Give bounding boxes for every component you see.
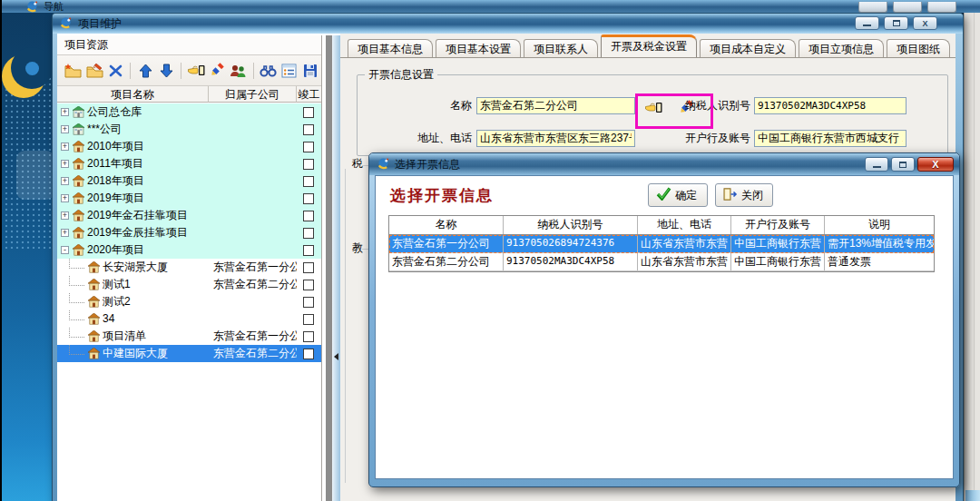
minimize-button[interactable] [855, 16, 879, 30]
invoice-column-header[interactable]: 说明 [825, 216, 934, 234]
tree-row[interactable]: -2020年项目 [57, 241, 321, 259]
app-logo-crescent [2, 47, 53, 107]
find-icon[interactable] [258, 60, 279, 82]
expand-icon[interactable]: + [61, 160, 69, 168]
nav-close-button[interactable] [927, 2, 956, 13]
tree-row[interactable]: +2011年项目 [57, 155, 321, 172]
tree-row[interactable]: 项目清单东营金石第一分公司 [57, 328, 321, 345]
invoice-column-header[interactable]: 纳税人识别号 [504, 216, 638, 234]
column-header-subsidiary[interactable]: 归属子公司 [208, 86, 296, 103]
checklist-icon[interactable] [279, 60, 299, 82]
tab-2[interactable]: 项目联系人 [524, 39, 598, 57]
save-icon[interactable] [300, 60, 321, 82]
tree-row[interactable]: 中建国际大厦东营金石第二分公司 [57, 345, 321, 362]
ok-button[interactable]: 确定 [648, 183, 708, 207]
tree-row[interactable]: 长安湖景大厦东营金石第一分公司 [57, 259, 321, 276]
finished-checkbox[interactable] [303, 314, 314, 325]
tree-row[interactable]: +2019年金辰挂靠项目 [57, 224, 321, 241]
expand-icon[interactable]: + [61, 229, 69, 237]
project-name: 2019年金辰挂靠项目 [87, 224, 188, 241]
tree-row[interactable]: +2019年金石挂靠项目 [57, 207, 321, 224]
close-button[interactable]: X [913, 16, 937, 30]
invoice-column-header[interactable]: 地址、电话 [638, 216, 731, 234]
dialog-close-button[interactable]: X [917, 157, 954, 172]
tab-1[interactable]: 项目基本设置 [436, 39, 521, 57]
dialog-maximize-button[interactable] [891, 157, 915, 172]
users-icon[interactable] [228, 60, 249, 82]
new-folder-icon[interactable] [63, 60, 83, 82]
invoice-row[interactable]: 东营金石第二分公司91370502MA3DC4XP58山东省东营市东营中国工商银… [389, 253, 934, 271]
house-icon [88, 348, 100, 362]
finished-checkbox[interactable] [303, 124, 314, 135]
finished-checkbox[interactable] [303, 262, 314, 273]
tree-connector [69, 328, 84, 338]
column-header-finished[interactable]: 竣工 [296, 86, 321, 103]
tab-6[interactable]: 项目图纸 [887, 39, 950, 57]
warehouse-icon [73, 123, 84, 138]
finished-checkbox[interactable] [303, 193, 314, 204]
maximize-button[interactable] [884, 16, 908, 30]
collapse-arrow-icon[interactable] [334, 353, 338, 360]
expand-icon[interactable]: + [61, 177, 69, 185]
finished-checkbox[interactable] [303, 349, 314, 359]
tree-row[interactable]: +2019年项目 [57, 190, 321, 207]
finished-checkbox[interactable] [303, 245, 314, 256]
invoice-column-header[interactable]: 名称 [389, 216, 504, 234]
tab-0[interactable]: 项目基本信息 [348, 39, 433, 57]
expand-icon[interactable]: + [61, 211, 69, 220]
finished-checkbox[interactable] [303, 211, 314, 221]
finished-checkbox[interactable] [303, 280, 314, 290]
tree-row[interactable]: 测试1东营金石第二分公司 [57, 276, 321, 293]
name-label: 名称 [376, 97, 472, 114]
finished-checkbox[interactable] [303, 228, 314, 239]
eraser-icon[interactable] [207, 60, 228, 82]
address-input[interactable] [476, 130, 635, 147]
tree-row[interactable]: 测试2 [57, 293, 321, 310]
name-input[interactable] [476, 97, 635, 114]
finished-checkbox[interactable] [303, 142, 314, 152]
finished-checkbox[interactable] [303, 297, 314, 308]
bank-input[interactable] [754, 130, 906, 147]
move-down-icon[interactable] [156, 60, 177, 82]
toolbar-separator [181, 63, 181, 79]
column-header-project-name[interactable]: 项目名称 [57, 86, 208, 103]
expand-icon[interactable]: + [61, 142, 69, 151]
tab-5[interactable]: 项目立项信息 [799, 39, 884, 57]
tree-connector [69, 293, 84, 303]
tree-row[interactable]: +2010年项目 [57, 138, 321, 155]
taxid-input[interactable] [754, 97, 906, 114]
finished-checkbox[interactable] [303, 107, 314, 118]
close-dialog-button[interactable]: 关闭 [715, 183, 773, 207]
close-button-label: 关闭 [741, 188, 763, 203]
collapse-icon[interactable]: - [61, 246, 69, 254]
invoice-cell: 普通发票 [825, 253, 934, 270]
expand-icon[interactable]: + [61, 108, 69, 116]
finished-checkbox[interactable] [303, 159, 314, 170]
finished-checkbox[interactable] [303, 331, 314, 342]
tree-row[interactable]: +2018年项目 [57, 172, 321, 190]
tree-row[interactable]: +公司总仓库 [57, 103, 321, 121]
finished-checkbox[interactable] [303, 176, 314, 187]
tree-row[interactable]: 34 [57, 310, 321, 328]
dialog-minimize-button[interactable] [865, 157, 888, 172]
expand-icon[interactable]: + [61, 125, 69, 133]
close-icon: X [932, 159, 938, 170]
expand-icon[interactable]: + [61, 194, 69, 202]
move-up-icon[interactable] [134, 60, 155, 82]
toolbar-separator [130, 63, 131, 79]
invoice-cell: 中国工商银行东营 [731, 235, 825, 252]
tab-3[interactable]: 开票及税金设置 [601, 34, 697, 57]
nav-minimize-button[interactable] [858, 2, 887, 13]
tab-4[interactable]: 项目成本自定义 [700, 39, 796, 57]
select-hand-icon[interactable] [185, 60, 206, 82]
dialog-titlebar[interactable]: 选择开票信息 X [369, 153, 959, 175]
delete-icon[interactable] [105, 60, 126, 82]
panel-divider [326, 35, 332, 501]
edit-folder-icon[interactable] [83, 60, 104, 82]
window-titlebar[interactable]: 项目维护 X [53, 14, 963, 34]
nav-window-titlebar: 导航 [2, 0, 980, 13]
nav-maximize-button[interactable] [893, 2, 922, 13]
invoice-column-header[interactable]: 开户行及账号 [731, 216, 825, 234]
invoice-row[interactable]: 东营金石第一分公司913705026894724376山东省东营市东营中国工商银… [389, 235, 934, 253]
tree-row[interactable]: +***公司 [57, 121, 321, 138]
